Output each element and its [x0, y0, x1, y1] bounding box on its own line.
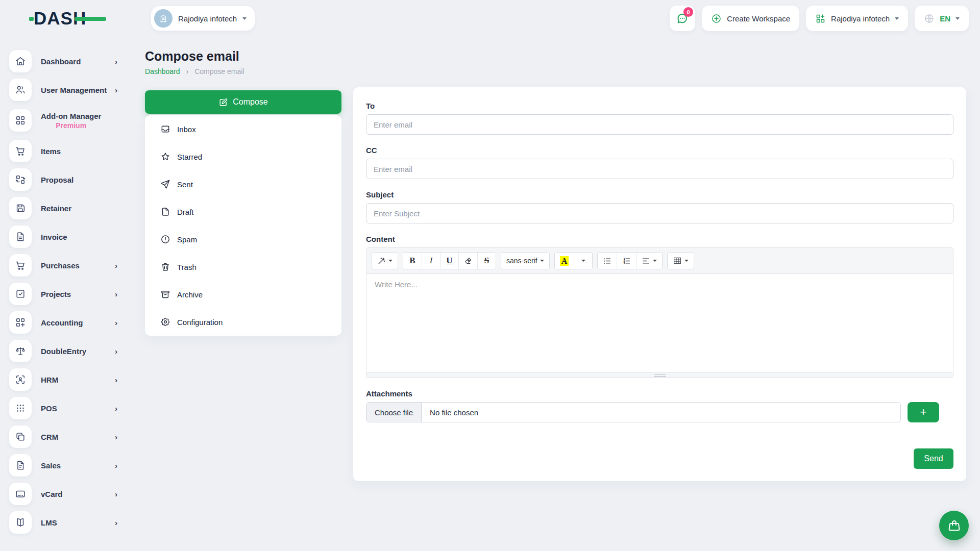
bold-button[interactable]: B — [403, 253, 422, 269]
editor-content-area[interactable]: Write Here... — [366, 274, 953, 372]
sidebar-item-dashboard[interactable]: Dashboard › — [0, 47, 132, 76]
premium-badge: Premium — [56, 121, 86, 130]
add-attachment-button[interactable]: + — [908, 402, 939, 422]
sidebar-item-retainer[interactable]: Retainer — [0, 194, 132, 222]
logo-accent-bar — [75, 17, 106, 21]
chevron-right-icon: › — [115, 347, 117, 356]
resize-grip-icon — [654, 374, 666, 377]
eraser-icon — [464, 257, 472, 265]
dots-grid-icon — [9, 397, 32, 419]
sidebar-item-crm[interactable]: CRM › — [0, 422, 132, 451]
breadcrumb-current: Compose email — [194, 67, 244, 76]
archive-icon — [160, 289, 170, 299]
sidebar-item-proposal[interactable]: Proposal — [0, 165, 132, 194]
folder-archive[interactable]: Archive — [145, 281, 341, 308]
gear-icon — [160, 317, 170, 327]
folder-configuration[interactable]: Configuration — [145, 308, 341, 336]
sidebar-item-items[interactable]: Items — [0, 137, 132, 165]
cart-icon — [9, 140, 32, 162]
list-ol-icon: 123 — [622, 257, 631, 265]
app-screen: DASH Rajodiya infotech — [0, 0, 980, 551]
list-ul-icon — [603, 257, 611, 265]
workflow-icon — [9, 168, 32, 191]
page-title: Compose email — [145, 49, 239, 64]
unordered-list-button[interactable] — [598, 253, 617, 269]
send-icon — [160, 179, 170, 189]
chevron-down-icon — [895, 17, 899, 20]
company-name: Rajodiya infotech — [831, 14, 890, 23]
compose-label: Compose — [233, 97, 267, 107]
sidebar-item-accounting[interactable]: Accounting › — [0, 308, 132, 337]
attachment-file-input[interactable]: Choose file No file chosen — [366, 402, 901, 422]
store-fab-button[interactable] — [939, 511, 969, 540]
language-code: EN — [940, 14, 950, 23]
insert-table-dropdown[interactable] — [668, 253, 694, 269]
shopping-bag-icon — [947, 519, 961, 533]
magic-wand-icon — [377, 257, 386, 265]
language-selector[interactable]: EN — [915, 6, 969, 31]
grid-icon — [9, 109, 32, 132]
spam-icon — [160, 234, 170, 244]
send-button[interactable]: Send — [914, 448, 953, 469]
book-icon — [9, 511, 32, 534]
folder-starred[interactable]: Starred — [145, 143, 341, 170]
folder-inbox[interactable]: Inbox — [145, 115, 341, 143]
compose-form-card: To CC Subject Content — [353, 87, 966, 481]
top-header: DASH Rajodiya infotech — [0, 0, 980, 37]
workspace-name: Rajodiya infotech — [178, 14, 237, 23]
sidebar-item-lms[interactable]: LMS › — [0, 508, 132, 537]
sidebar-item-doubleentry[interactable]: DoubleEntry › — [0, 337, 132, 365]
cc-input[interactable] — [366, 159, 953, 179]
workspace-avatar — [154, 9, 173, 28]
star-icon — [160, 152, 170, 162]
folder-draft[interactable]: Draft — [145, 198, 341, 226]
folder-trash[interactable]: Trash — [145, 253, 341, 281]
trash-icon — [160, 262, 170, 272]
rich-text-editor: B I U S sans-serif — [366, 247, 953, 378]
brand-logo[interactable]: DASH — [34, 8, 100, 29]
compose-button[interactable]: Compose — [145, 90, 341, 114]
clear-formatting-button[interactable] — [458, 253, 477, 269]
messages-button[interactable]: 0 — [670, 6, 695, 31]
text-color-dropdown[interactable] — [574, 253, 592, 269]
choose-file-button[interactable]: Choose file — [366, 403, 422, 422]
workspace-selector[interactable]: Rajodiya infotech — [151, 6, 255, 31]
subject-input[interactable] — [366, 203, 953, 223]
grid-plus-icon — [9, 311, 32, 334]
sidebar-item-sales[interactable]: Sales › — [0, 451, 132, 480]
chevron-right-icon: › — [115, 86, 117, 94]
sidebar-item-addon-manager[interactable]: Add-on Manager Premium — [0, 104, 132, 137]
file-invoice-icon — [9, 226, 32, 248]
messages-count-badge: 0 — [683, 7, 693, 17]
style-dropdown-button[interactable] — [372, 253, 398, 269]
attachments-label: Attachments — [366, 389, 953, 398]
chevron-down-icon — [242, 17, 247, 20]
plus-circle-icon — [711, 13, 722, 24]
sidebar-item-hrm[interactable]: HRM › — [0, 365, 132, 394]
chevron-right-icon: › — [115, 57, 117, 66]
ordered-list-button[interactable]: 123 — [617, 253, 636, 269]
breadcrumb-dashboard-link[interactable]: Dashboard — [145, 67, 180, 76]
sidebar-item-purchases[interactable]: Purchases › — [0, 251, 132, 280]
to-input[interactable] — [366, 114, 953, 135]
text-color-button[interactable]: A — [555, 253, 574, 269]
chevron-down-icon — [955, 17, 960, 20]
sidebar-item-pos[interactable]: POS › — [0, 394, 132, 422]
to-label: To — [366, 102, 953, 110]
editor-resize-bar[interactable] — [366, 372, 953, 378]
sidebar-item-vcard[interactable]: vCard › — [0, 480, 132, 508]
sidebar-item-user-management[interactable]: User Management › — [0, 76, 132, 104]
strikethrough-button[interactable]: S — [477, 253, 496, 269]
paragraph-align-dropdown[interactable] — [636, 253, 662, 269]
create-workspace-button[interactable]: Create Workspace — [702, 6, 799, 31]
folder-spam[interactable]: Spam — [145, 226, 341, 253]
sidebar-item-invoice[interactable]: Invoice — [0, 222, 132, 251]
sidebar-item-projects[interactable]: Projects › — [0, 280, 132, 308]
underline-button[interactable]: U — [440, 253, 458, 269]
italic-button[interactable]: I — [422, 253, 440, 269]
folder-sent[interactable]: Sent — [145, 170, 341, 198]
font-family-dropdown[interactable]: sans-serif — [501, 253, 549, 269]
globe-icon — [924, 13, 935, 24]
company-selector[interactable]: Rajodiya infotech — [806, 6, 908, 31]
chevron-right-icon: › — [115, 490, 117, 498]
